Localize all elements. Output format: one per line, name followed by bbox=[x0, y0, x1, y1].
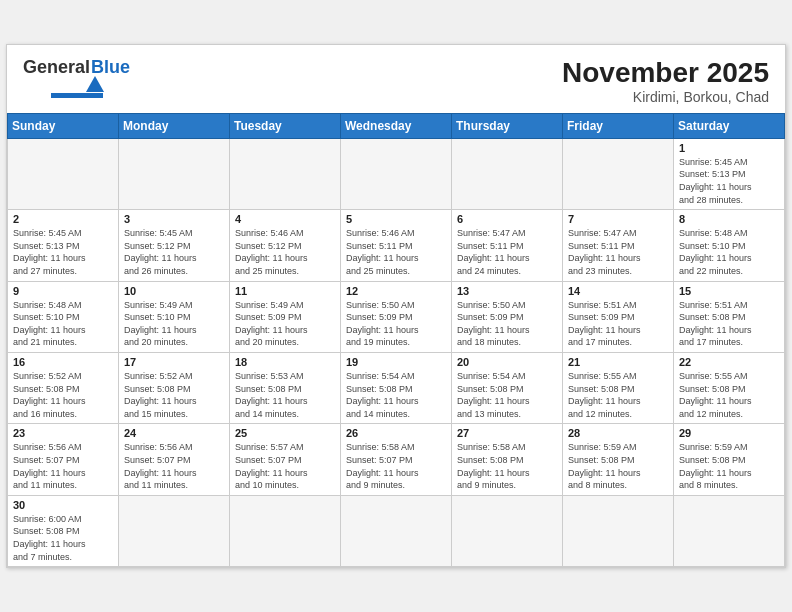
day-cell: 20Sunrise: 5:54 AM Sunset: 5:08 PM Dayli… bbox=[452, 353, 563, 424]
logo-general-text: General bbox=[23, 57, 90, 78]
day-cell bbox=[452, 138, 563, 209]
day-cell: 27Sunrise: 5:58 AM Sunset: 5:08 PM Dayli… bbox=[452, 424, 563, 495]
col-friday: Friday bbox=[563, 113, 674, 138]
day-number: 25 bbox=[235, 427, 335, 439]
day-cell: 2Sunrise: 5:45 AM Sunset: 5:13 PM Daylig… bbox=[8, 210, 119, 281]
col-sunday: Sunday bbox=[8, 113, 119, 138]
day-cell: 21Sunrise: 5:55 AM Sunset: 5:08 PM Dayli… bbox=[563, 353, 674, 424]
day-info: Sunrise: 5:49 AM Sunset: 5:09 PM Dayligh… bbox=[235, 299, 335, 349]
day-info: Sunrise: 5:51 AM Sunset: 5:08 PM Dayligh… bbox=[679, 299, 779, 349]
day-cell: 25Sunrise: 5:57 AM Sunset: 5:07 PM Dayli… bbox=[230, 424, 341, 495]
day-cell bbox=[8, 138, 119, 209]
calendar-header-row: Sunday Monday Tuesday Wednesday Thursday… bbox=[8, 113, 785, 138]
day-cell: 15Sunrise: 5:51 AM Sunset: 5:08 PM Dayli… bbox=[674, 281, 785, 352]
day-cell: 26Sunrise: 5:58 AM Sunset: 5:07 PM Dayli… bbox=[341, 424, 452, 495]
col-thursday: Thursday bbox=[452, 113, 563, 138]
day-info: Sunrise: 5:49 AM Sunset: 5:10 PM Dayligh… bbox=[124, 299, 224, 349]
col-saturday: Saturday bbox=[674, 113, 785, 138]
day-number: 12 bbox=[346, 285, 446, 297]
day-info: Sunrise: 5:45 AM Sunset: 5:12 PM Dayligh… bbox=[124, 227, 224, 277]
day-cell bbox=[119, 495, 230, 566]
day-info: Sunrise: 5:54 AM Sunset: 5:08 PM Dayligh… bbox=[346, 370, 446, 420]
calendar-header: General Blue November 2025 Kirdimi, Bork… bbox=[7, 45, 785, 113]
day-number: 21 bbox=[568, 356, 668, 368]
day-cell: 16Sunrise: 5:52 AM Sunset: 5:08 PM Dayli… bbox=[8, 353, 119, 424]
day-cell: 30Sunrise: 6:00 AM Sunset: 5:08 PM Dayli… bbox=[8, 495, 119, 566]
day-info: Sunrise: 5:56 AM Sunset: 5:07 PM Dayligh… bbox=[124, 441, 224, 491]
day-cell bbox=[452, 495, 563, 566]
day-number: 16 bbox=[13, 356, 113, 368]
day-number: 20 bbox=[457, 356, 557, 368]
day-number: 23 bbox=[13, 427, 113, 439]
day-cell: 17Sunrise: 5:52 AM Sunset: 5:08 PM Dayli… bbox=[119, 353, 230, 424]
day-number: 29 bbox=[679, 427, 779, 439]
week-row-2: 2Sunrise: 5:45 AM Sunset: 5:13 PM Daylig… bbox=[8, 210, 785, 281]
day-number: 27 bbox=[457, 427, 557, 439]
day-info: Sunrise: 5:45 AM Sunset: 5:13 PM Dayligh… bbox=[13, 227, 113, 277]
day-cell bbox=[341, 138, 452, 209]
day-cell: 28Sunrise: 5:59 AM Sunset: 5:08 PM Dayli… bbox=[563, 424, 674, 495]
day-cell: 4Sunrise: 5:46 AM Sunset: 5:12 PM Daylig… bbox=[230, 210, 341, 281]
day-cell: 14Sunrise: 5:51 AM Sunset: 5:09 PM Dayli… bbox=[563, 281, 674, 352]
day-info: Sunrise: 5:48 AM Sunset: 5:10 PM Dayligh… bbox=[13, 299, 113, 349]
day-info: Sunrise: 5:50 AM Sunset: 5:09 PM Dayligh… bbox=[346, 299, 446, 349]
col-tuesday: Tuesday bbox=[230, 113, 341, 138]
day-number: 15 bbox=[679, 285, 779, 297]
day-cell: 7Sunrise: 5:47 AM Sunset: 5:11 PM Daylig… bbox=[563, 210, 674, 281]
day-cell bbox=[563, 138, 674, 209]
day-number: 5 bbox=[346, 213, 446, 225]
day-cell bbox=[674, 495, 785, 566]
day-info: Sunrise: 5:55 AM Sunset: 5:08 PM Dayligh… bbox=[679, 370, 779, 420]
day-info: Sunrise: 5:55 AM Sunset: 5:08 PM Dayligh… bbox=[568, 370, 668, 420]
day-info: Sunrise: 5:59 AM Sunset: 5:08 PM Dayligh… bbox=[568, 441, 668, 491]
day-info: Sunrise: 5:52 AM Sunset: 5:08 PM Dayligh… bbox=[13, 370, 113, 420]
day-cell bbox=[230, 495, 341, 566]
day-cell: 3Sunrise: 5:45 AM Sunset: 5:12 PM Daylig… bbox=[119, 210, 230, 281]
day-cell: 12Sunrise: 5:50 AM Sunset: 5:09 PM Dayli… bbox=[341, 281, 452, 352]
day-number: 1 bbox=[679, 142, 779, 154]
week-row-1: 1Sunrise: 5:45 AM Sunset: 5:13 PM Daylig… bbox=[8, 138, 785, 209]
logo-icon: General Blue bbox=[23, 57, 130, 98]
day-info: Sunrise: 6:00 AM Sunset: 5:08 PM Dayligh… bbox=[13, 513, 113, 563]
day-info: Sunrise: 5:57 AM Sunset: 5:07 PM Dayligh… bbox=[235, 441, 335, 491]
week-row-4: 16Sunrise: 5:52 AM Sunset: 5:08 PM Dayli… bbox=[8, 353, 785, 424]
day-number: 3 bbox=[124, 213, 224, 225]
week-row-3: 9Sunrise: 5:48 AM Sunset: 5:10 PM Daylig… bbox=[8, 281, 785, 352]
day-cell: 9Sunrise: 5:48 AM Sunset: 5:10 PM Daylig… bbox=[8, 281, 119, 352]
logo: General Blue bbox=[23, 57, 132, 98]
day-number: 17 bbox=[124, 356, 224, 368]
day-number: 14 bbox=[568, 285, 668, 297]
day-number: 11 bbox=[235, 285, 335, 297]
day-cell: 13Sunrise: 5:50 AM Sunset: 5:09 PM Dayli… bbox=[452, 281, 563, 352]
day-number: 9 bbox=[13, 285, 113, 297]
day-info: Sunrise: 5:46 AM Sunset: 5:11 PM Dayligh… bbox=[346, 227, 446, 277]
logo-blue-bar bbox=[51, 93, 103, 98]
day-cell: 22Sunrise: 5:55 AM Sunset: 5:08 PM Dayli… bbox=[674, 353, 785, 424]
day-cell: 19Sunrise: 5:54 AM Sunset: 5:08 PM Dayli… bbox=[341, 353, 452, 424]
day-cell: 6Sunrise: 5:47 AM Sunset: 5:11 PM Daylig… bbox=[452, 210, 563, 281]
day-cell: 8Sunrise: 5:48 AM Sunset: 5:10 PM Daylig… bbox=[674, 210, 785, 281]
day-number: 8 bbox=[679, 213, 779, 225]
week-row-6: 30Sunrise: 6:00 AM Sunset: 5:08 PM Dayli… bbox=[8, 495, 785, 566]
day-info: Sunrise: 5:50 AM Sunset: 5:09 PM Dayligh… bbox=[457, 299, 557, 349]
day-info: Sunrise: 5:51 AM Sunset: 5:09 PM Dayligh… bbox=[568, 299, 668, 349]
day-number: 4 bbox=[235, 213, 335, 225]
day-info: Sunrise: 5:47 AM Sunset: 5:11 PM Dayligh… bbox=[568, 227, 668, 277]
day-info: Sunrise: 5:58 AM Sunset: 5:07 PM Dayligh… bbox=[346, 441, 446, 491]
day-cell: 29Sunrise: 5:59 AM Sunset: 5:08 PM Dayli… bbox=[674, 424, 785, 495]
day-cell: 5Sunrise: 5:46 AM Sunset: 5:11 PM Daylig… bbox=[341, 210, 452, 281]
day-cell: 10Sunrise: 5:49 AM Sunset: 5:10 PM Dayli… bbox=[119, 281, 230, 352]
day-cell bbox=[341, 495, 452, 566]
col-monday: Monday bbox=[119, 113, 230, 138]
day-number: 30 bbox=[13, 499, 113, 511]
day-number: 13 bbox=[457, 285, 557, 297]
day-cell: 23Sunrise: 5:56 AM Sunset: 5:07 PM Dayli… bbox=[8, 424, 119, 495]
day-number: 22 bbox=[679, 356, 779, 368]
col-wednesday: Wednesday bbox=[341, 113, 452, 138]
day-number: 6 bbox=[457, 213, 557, 225]
day-info: Sunrise: 5:48 AM Sunset: 5:10 PM Dayligh… bbox=[679, 227, 779, 277]
week-row-5: 23Sunrise: 5:56 AM Sunset: 5:07 PM Dayli… bbox=[8, 424, 785, 495]
logo-triangle bbox=[86, 76, 104, 92]
day-number: 2 bbox=[13, 213, 113, 225]
day-number: 18 bbox=[235, 356, 335, 368]
